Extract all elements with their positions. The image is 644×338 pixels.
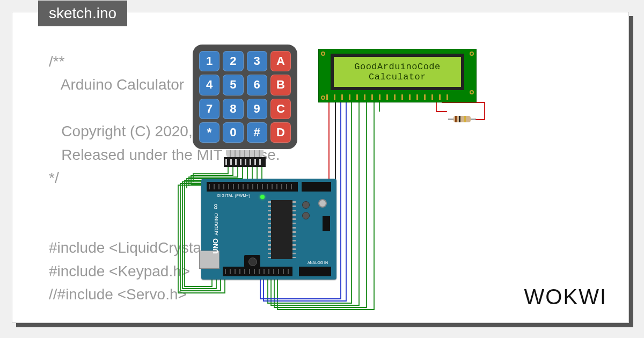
analog-pin-header: [299, 267, 331, 276]
capacitor: [302, 201, 310, 209]
keypad-key-9[interactable]: 9: [247, 99, 267, 119]
keypad-key-A[interactable]: A: [270, 51, 291, 71]
keypad-key-8[interactable]: 8: [223, 99, 243, 119]
keypad-key-6[interactable]: 6: [247, 75, 267, 95]
board-name: UNO ARDUINO ∞: [211, 204, 219, 254]
keypad-key-7[interactable]: 7: [199, 99, 219, 119]
circuit-diagram: 123A456B789C*0#D GoodArduinoCode Calcula…: [168, 45, 501, 334]
digital-label: DIGITAL (PWM~): [217, 194, 250, 197]
keypad-key-0[interactable]: 0: [223, 122, 243, 143]
digital-pin-header: [207, 182, 298, 192]
keypad-key-5[interactable]: 5: [223, 75, 243, 95]
lcd-line-1: GoodArduinoCode: [354, 62, 441, 72]
keypad-key-4[interactable]: 4: [199, 75, 219, 95]
keypad-4x4[interactable]: 123A456B789C*0#D: [193, 45, 297, 149]
wokwi-logo: WOKWI: [524, 285, 607, 309]
keypad-key-3[interactable]: 3: [247, 51, 267, 71]
keypad-connector: [222, 150, 268, 167]
lcd-line-2: Calculator: [369, 72, 426, 82]
keypad-key-*[interactable]: *: [199, 122, 219, 143]
preview-card: sketch.ino /** Arduino Calculator Copyri…: [12, 12, 629, 323]
arduino-uno[interactable]: DIGITAL (PWM~) ANALOG IN UNO ARDUINO ∞: [201, 179, 336, 280]
power-pin-header: [223, 267, 292, 276]
keypad-key-D[interactable]: D: [270, 122, 291, 143]
keypad-key-2[interactable]: 2: [223, 51, 243, 71]
lcd-screen: GoodArduinoCode Calculator: [331, 54, 464, 90]
keypad-key-C[interactable]: C: [270, 99, 291, 119]
reset-button[interactable]: [318, 199, 327, 208]
capacitor: [302, 212, 310, 219]
power-led: [260, 195, 265, 199]
file-tab[interactable]: sketch.ino: [38, 1, 127, 26]
resistor[interactable]: [448, 116, 476, 122]
lcd-pin-header: [326, 94, 449, 100]
barrel-jack: [244, 255, 260, 268]
icsp-header: [323, 216, 330, 231]
keypad-key-B[interactable]: B: [270, 75, 291, 95]
digital-pin-header-2: [302, 182, 331, 192]
atmega-chip: [271, 200, 292, 259]
analog-label: ANALOG IN: [308, 261, 328, 264]
keypad-key-1[interactable]: 1: [199, 51, 219, 71]
lcd-1602[interactable]: GoodArduinoCode Calculator: [318, 49, 477, 102]
keypad-key-#[interactable]: #: [247, 122, 267, 143]
